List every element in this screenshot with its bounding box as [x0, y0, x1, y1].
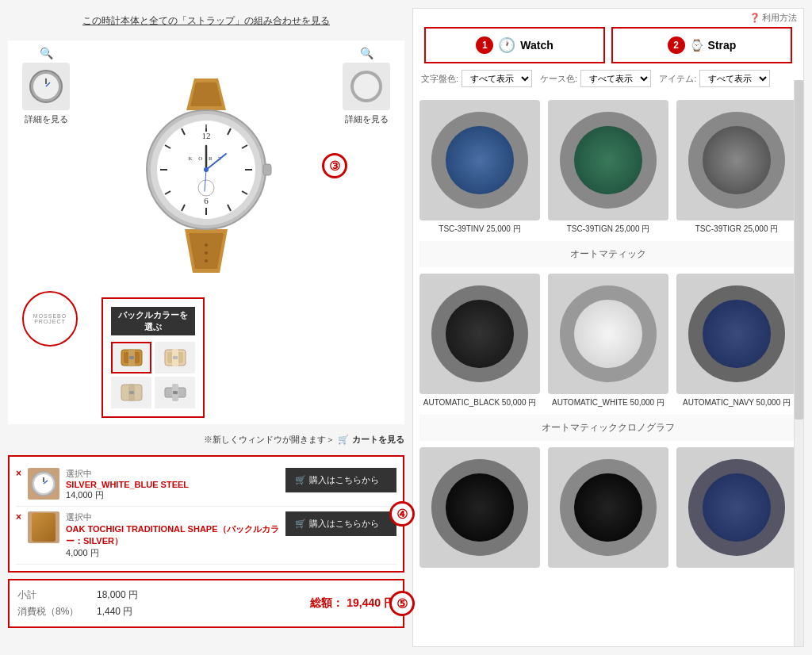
buckle-section: バックルカラーを選ぶ [102, 297, 205, 418]
remove-btn-2[interactable]: × [16, 511, 21, 523]
product-grid-chrono [419, 447, 797, 571]
product-tsc39tinv[interactable]: TSC-39TINV 25,000 円 [419, 100, 540, 235]
product-grid-top: TSC-39TINV 25,000 円 TSC-39TIGN 25,000 円 [419, 100, 797, 235]
product-tsc39tigr[interactable]: TSC-39TIGR 25,000 円 [676, 100, 797, 235]
product-name-auto-navy: AUTOMATIC_NAVY 50,000 円 [683, 397, 791, 408]
selected-name-2: OAK TOCHIGI TRADITIONAL SHAPE（バックルカラー：SI… [66, 523, 279, 547]
filter-face-group: 文字盤色: すべて表示 [421, 70, 532, 87]
buckle-title: バックルカラーを選ぶ [111, 307, 195, 335]
filter-case-group: ケース色: すべて表示 [540, 70, 651, 87]
buckle-item-4[interactable] [155, 377, 195, 408]
product-img-auto-navy [676, 274, 797, 394]
strap-tab-icon: ⌚ [690, 39, 703, 52]
product-name-auto-black: AUTOMATIC_BLACK 50,000 円 [423, 397, 536, 408]
cart-note-row: ※新しくウィンドウが開きます＞ 🛒 カートを見る [8, 431, 404, 449]
filter-item-label: アイテム: [659, 73, 696, 85]
product-tsc39tign[interactable]: TSC-39TIGN 25,000 円 [548, 100, 668, 235]
svg-point-6 [205, 243, 208, 247]
product-chrono-2[interactable] [548, 447, 668, 571]
circle-badge-3: ③ [322, 153, 347, 178]
svg-rect-37 [129, 356, 134, 359]
magnify-right-icon: 🔍 [360, 47, 373, 59]
svg-rect-9 [263, 164, 271, 175]
watch-display-row: 🔍 詳細を見る [14, 47, 398, 285]
watch-tab-clock-icon: 🕐 [498, 36, 515, 54]
detail-label-right[interactable]: 詳細を見る [345, 113, 389, 125]
filter-row: 文字盤色: すべて表示 ケース色: すべて表示 アイテム: すべて表示 [413, 63, 803, 94]
help-row: ❓ 利用方法 [413, 9, 803, 27]
product-name-auto-white: AUTOMATIC_WHITE 50,000 円 [552, 397, 665, 408]
tax-value: 1,440 円 [97, 605, 132, 619]
remove-btn-1[interactable]: × [16, 468, 21, 479]
buy-btn-2-wrap: 🛒 購入はこちらから [285, 511, 396, 536]
total-label: 総額： [310, 596, 343, 609]
left-thumb-area: 🔍 詳細を見る [14, 47, 78, 125]
buy-btn-1[interactable]: 🛒 購入はこちらから [285, 468, 396, 492]
scrollbar-track[interactable] [794, 80, 803, 646]
product-img-chrono-1 [419, 447, 540, 568]
buckle-item-1[interactable] [111, 342, 151, 373]
buckle-item-3[interactable] [111, 377, 151, 408]
selected-info-1: 選択中 SILVER_WHITE_BLUE STEEL 14,000 円 [66, 468, 279, 501]
filter-case-label: ケース色: [540, 73, 577, 85]
selected-price-1: 14,000 円 [66, 489, 279, 501]
filter-item-select[interactable]: すべて表示 [699, 70, 770, 87]
product-img-auto-black [419, 274, 540, 394]
svg-rect-41 [173, 356, 178, 359]
right-thumb-area: 🔍 詳細を見る [335, 47, 398, 125]
cart-note-text: ※新しくウィンドウが開きます＞ [204, 434, 335, 446]
cart-link[interactable]: カートを見る [352, 434, 404, 446]
buy-buttons: 🛒 購入はこちらから [285, 468, 396, 492]
total-value: 19,440 円 [347, 596, 395, 609]
product-auto-black[interactable]: AUTOMATIC_BLACK 50,000 円 [419, 274, 540, 408]
product-name-tsc39tigr: TSC-39TIGR 25,000 円 [695, 224, 778, 235]
help-icon: ❓ [749, 13, 760, 23]
product-auto-navy[interactable]: AUTOMATIC_NAVY 50,000 円 [676, 274, 797, 408]
product-img-tsc39tinv [419, 100, 540, 220]
circle-badge-4: ④ [389, 501, 415, 527]
selected-info-2: 選択中 OAK TOCHIGI TRADITIONAL SHAPE（バックルカラ… [66, 511, 279, 559]
buckle-item-2[interactable] [155, 342, 195, 373]
product-img-tsc39tign [548, 100, 668, 220]
buy-btn-2[interactable]: 🛒 購入はこちらから [285, 511, 396, 536]
selected-name-1: SILVER_WHITE_BLUE STEEL [66, 480, 279, 489]
products-scroll[interactable]: TSC-39TINV 25,000 円 TSC-39TIGN 25,000 円 [413, 94, 803, 646]
selected-price-2: 4,000 円 [66, 547, 279, 559]
watch-tab-label: Watch [520, 39, 553, 52]
tax-row: 消費税（8%） 1,440 円 [17, 605, 138, 619]
scrollbar-thumb[interactable] [795, 80, 803, 419]
product-auto-white[interactable]: AUTOMATIC_WHITE 50,000 円 [548, 274, 668, 408]
category-chrono: オートマティッククロノグラフ [419, 415, 797, 441]
right-panel: ❓ 利用方法 1 🕐 Watch 2 ⌚ Strap 文字盤色: すべて表示 [412, 8, 804, 647]
detail-label-left[interactable]: 詳細を見る [25, 113, 68, 125]
summary-section: 小計 18,000 円 消費税（8%） 1,440 円 総額： 19,440 円… [8, 579, 404, 628]
svg-text:6: 6 [204, 196, 209, 205]
subtotal-label: 小計 [17, 588, 81, 602]
circle-badge-5: ⑤ [389, 591, 415, 616]
main-watch-display: 12 6 K O R T [78, 47, 335, 285]
svg-point-31 [204, 167, 209, 172]
all-strap-link[interactable]: この時計本体と全ての「ストラップ」の組み合わせを見る [82, 15, 330, 26]
strap-tab[interactable]: 2 ⌚ Strap [611, 27, 792, 63]
product-img-chrono-3 [676, 447, 797, 568]
selected-row-2: × 選択中 OAK TOCHIGI TRADITIONAL SHAPE（バックル… [16, 507, 396, 565]
product-chrono-1[interactable] [419, 447, 540, 571]
selected-status-2: 選択中 [66, 512, 92, 522]
filter-case-select[interactable]: すべて表示 [580, 70, 651, 87]
category-auto: オートマティック [419, 241, 797, 267]
selected-status-1: 選択中 [66, 469, 92, 478]
product-name-tsc39tinv: TSC-39TINV 25,000 円 [439, 224, 520, 235]
brand-logo: MOSSEBO PROJECT [22, 291, 78, 347]
watch-tab[interactable]: 1 🕐 Watch [424, 27, 605, 63]
strap-thumb-img [32, 513, 56, 542]
selected-thumb-2 [28, 511, 59, 543]
top-link-row: この時計本体と全ての「ストラップ」の組み合わせを見る [8, 8, 404, 34]
svg-point-4 [205, 251, 208, 255]
filter-face-select[interactable]: すべて表示 [462, 70, 532, 87]
left-watch-thumb [22, 63, 70, 110]
svg-point-5 [205, 259, 208, 262]
selected-section: × 選択中 SILVER_WHITE_BLUE STEEL 14,000 円 [8, 455, 404, 573]
product-img-chrono-2 [548, 447, 668, 568]
help-text[interactable]: 利用方法 [762, 12, 797, 24]
product-chrono-3[interactable] [676, 447, 797, 571]
